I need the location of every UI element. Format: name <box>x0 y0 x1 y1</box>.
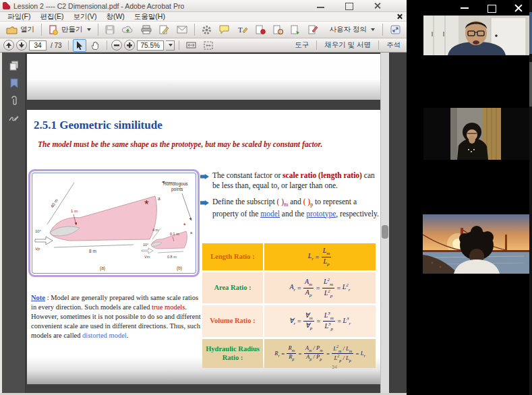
formula-token: L2r <box>343 282 351 293</box>
hyperlink[interactable]: prototype <box>306 210 336 218</box>
customize-button[interactable]: 사용자 정의 <box>327 24 378 36</box>
angle-a-label: 10° <box>35 229 42 233</box>
comment-pane-button[interactable]: 주석 <box>384 39 403 51</box>
text-segment: Define the subscript <box>212 198 277 206</box>
comment-button[interactable] <box>216 24 233 36</box>
zoom-dropdown-button[interactable] <box>166 40 175 51</box>
text-segment: and the <box>280 210 306 218</box>
attachments-button[interactable] <box>2 92 26 109</box>
fraction: L2mL2p <box>322 277 334 299</box>
page-total-label: / 73 <box>49 42 64 49</box>
zoom-level-input[interactable]: 75.5% <box>137 40 164 51</box>
dim-1m-label: 1 m <box>71 209 78 213</box>
row-label: Area Ratio : <box>202 272 263 303</box>
text-segment: distorted model <box>82 332 127 339</box>
fraction: Am / PmAp / Pp <box>304 345 324 361</box>
bullet-item: The constant factor or scale ratio (leng… <box>200 171 380 191</box>
menu-view[interactable]: 보기(V) <box>68 12 101 22</box>
menu-file[interactable]: 파일(F) <box>3 12 35 22</box>
print-button[interactable] <box>138 24 154 36</box>
ratio-table: Length Ratio : Lr=LmLp Area Ratio : Ar=A… <box>202 243 376 370</box>
maximize-button[interactable] <box>343 1 356 10</box>
hand-tool-button[interactable] <box>88 40 102 51</box>
formula-token: Lr <box>361 350 365 358</box>
formula-token: Lr <box>308 252 314 262</box>
select-tool-button[interactable] <box>73 39 86 52</box>
minimize-button[interactable] <box>314 1 328 10</box>
pdf-export-button[interactable] <box>253 24 268 36</box>
menu-window[interactable]: 창(W) <box>101 12 129 22</box>
participant-video-3[interactable] <box>423 214 529 274</box>
panel-scrollbar-thumb[interactable] <box>529 62 532 107</box>
pdf-badge-icon <box>256 25 266 34</box>
table-row-length: Length Ratio : Lr=LmLp <box>202 243 376 270</box>
pdf-optimize-button[interactable] <box>270 24 286 36</box>
fraction: LmLp <box>322 247 332 266</box>
settings-button[interactable] <box>199 24 214 36</box>
highlight-text-button[interactable]: T <box>235 24 251 36</box>
sign-button[interactable] <box>156 24 172 36</box>
fill-sign-pane-button[interactable]: 채우기 및 서명 <box>322 39 374 51</box>
homologous-text-2: points <box>171 187 183 192</box>
hyperlink[interactable]: model <box>260 210 280 218</box>
participant-1-video-frame <box>423 16 529 55</box>
text-segment: true models <box>152 303 185 311</box>
slide-page-number: 34 <box>332 365 337 369</box>
dim-4m-label: 4 m <box>152 228 159 232</box>
menu-help[interactable]: 도움말(H) <box>129 12 170 22</box>
row-label: Volume Ratio : <box>202 305 263 337</box>
open-button[interactable]: 열기 <box>3 24 37 36</box>
menu-edit[interactable]: 편집(E) <box>35 12 68 22</box>
maximize-button[interactable] <box>486 3 497 13</box>
next-page-button[interactable] <box>16 40 27 51</box>
share-cloud-button[interactable] <box>119 24 136 36</box>
email-button[interactable] <box>174 24 190 35</box>
previous-page-button[interactable] <box>3 40 14 51</box>
participant-video-2[interactable] <box>423 108 529 160</box>
window-title: Lession 2 ---- C2 Dimensional.pdf - Adob… <box>13 2 184 10</box>
zoom-in-button[interactable] <box>124 40 135 51</box>
pdf-scrollbar-thumb[interactable] <box>382 225 388 239</box>
formula-token: = <box>297 284 301 292</box>
page-thumbnails-button[interactable] <box>2 57 26 74</box>
formula-token: = <box>326 351 330 357</box>
text-segment: . <box>127 332 129 339</box>
minimize-button[interactable] <box>459 3 470 13</box>
expand-panel-button[interactable] <box>388 24 403 36</box>
document-area: 2.5.1 Geometric similitude The model mus… <box>0 53 407 393</box>
participant-video-1[interactable] <box>423 16 529 55</box>
fit-width-button[interactable] <box>183 40 199 51</box>
bookmarks-button[interactable] <box>2 74 26 92</box>
page-number-input[interactable]: 34 <box>29 40 47 51</box>
fraction: AmAp <box>303 278 314 297</box>
close-button[interactable] <box>513 3 524 13</box>
signatures-button[interactable] <box>2 109 26 127</box>
formula-token: ∀r <box>289 317 296 326</box>
close-button[interactable] <box>371 1 384 10</box>
gear-icon <box>202 25 212 35</box>
printer-icon <box>141 25 152 34</box>
bullet-list: The constant factor or scale ratio (leng… <box>200 171 380 225</box>
row-label: Length Ratio : <box>202 243 263 270</box>
doc-arrow-icon <box>291 25 301 34</box>
hyperlink[interactable]: Note <box>31 294 45 301</box>
save-button[interactable] <box>102 24 117 36</box>
panel-scrollbar[interactable] <box>529 0 532 395</box>
pdf-scrollbar[interactable] <box>380 53 389 393</box>
chevron-down-icon <box>87 28 91 31</box>
formula-token: = <box>355 351 359 357</box>
edit-document-button[interactable] <box>305 24 321 36</box>
tools-pane-button[interactable]: 도구 <box>292 39 312 51</box>
menubar-close-icon[interactable] <box>396 13 403 20</box>
fit-page-icon <box>204 41 213 50</box>
zoom-out-button[interactable] <box>111 40 122 51</box>
create-button[interactable]: 만들기 <box>46 24 94 36</box>
fraction: ∀m∀p <box>303 311 314 331</box>
fit-page-button[interactable] <box>201 40 216 51</box>
row-formula: Ar=AmAp=L2mL2p=L2r <box>264 272 376 303</box>
pdf-convert-button[interactable] <box>288 24 303 36</box>
paperclip-icon <box>10 96 18 106</box>
formula-token: Ar <box>289 283 295 293</box>
screen: Lession 2 ---- C2 Dimensional.pdf - Adob… <box>0 0 532 395</box>
text-segment: ( ) <box>277 198 285 206</box>
